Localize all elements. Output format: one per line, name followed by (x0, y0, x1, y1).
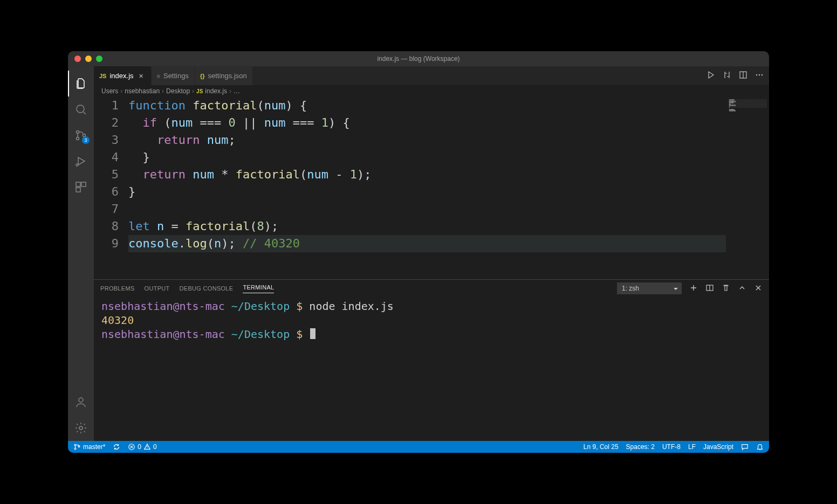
chevron-right-icon: › (162, 87, 164, 95)
code-line[interactable]: if (num === 0 || num === 1) { (128, 114, 726, 132)
svg-rect-6 (81, 182, 86, 187)
gear-icon (74, 422, 87, 434)
js-file-icon: JS (196, 88, 203, 94)
chevron-right-icon: › (120, 87, 122, 95)
traffic-lights (68, 56, 102, 62)
status-cursor-position[interactable]: Ln 9, Col 25 (584, 443, 619, 451)
maximize-panel-icon[interactable] (738, 284, 746, 293)
file-type-icon: JS (99, 73, 106, 79)
minimap-content: ████████████████████████████████████████… (729, 99, 736, 112)
minimap[interactable]: ████████████████████████████████████████… (726, 97, 769, 279)
status-bar: master* 0 0 Ln 9, Col 25 Spaces: 2 UTF-8… (68, 441, 769, 453)
status-feedback[interactable] (741, 443, 749, 451)
svg-point-16 (74, 448, 76, 450)
status-sync[interactable] (113, 443, 120, 451)
code-line[interactable]: } (128, 183, 726, 201)
window-close-button[interactable] (74, 56, 81, 62)
line-number: 1 (94, 97, 119, 114)
status-notifications[interactable] (756, 443, 764, 451)
breadcrumb-part: Desktop (166, 87, 190, 95)
code-line[interactable]: function factorial(num) { (128, 97, 726, 114)
code-line[interactable]: console.log(n); // 40320 (128, 235, 726, 252)
status-branch[interactable]: master* (73, 443, 105, 451)
kill-terminal-icon[interactable] (722, 284, 730, 293)
line-number: 2 (94, 114, 119, 132)
line-number: 6 (94, 183, 119, 201)
editor-tab[interactable]: {}settings.json (195, 66, 253, 85)
svg-rect-5 (76, 182, 80, 187)
line-number: 3 (94, 132, 119, 149)
editor-tab[interactable]: JSindex.js× (94, 66, 152, 85)
editor-tab[interactable]: ≡Settings (152, 66, 195, 85)
sync-icon (113, 443, 120, 451)
activity-settings[interactable] (68, 415, 94, 441)
scm-badge: 3 (82, 136, 90, 144)
code-editor[interactable]: 123456789 function factorial(num) { if (… (94, 97, 769, 279)
extensions-icon (74, 181, 87, 194)
bottom-panel: PROBLEMS OUTPUT DEBUG CONSOLE TERMINAL 1… (94, 279, 769, 441)
svg-point-8 (79, 398, 83, 402)
code-line[interactable]: } (128, 149, 726, 166)
code-line[interactable]: return num; (128, 132, 726, 149)
breadcrumb-tail: … (234, 87, 240, 95)
split-terminal-icon[interactable] (705, 284, 714, 293)
window-minimize-button[interactable] (85, 56, 92, 62)
split-editor-icon[interactable] (739, 71, 747, 81)
tab-label: index.js (109, 72, 133, 80)
breadcrumb[interactable]: Users › nsebhastian › Desktop › JS index… (94, 85, 769, 97)
code-line[interactable]: let n = factorial(8); (128, 218, 726, 235)
svg-point-0 (77, 105, 84, 113)
compare-changes-icon[interactable] (723, 71, 731, 81)
panel-tab-output[interactable]: OUTPUT (145, 285, 170, 292)
breadcrumb-part: nsebhastian (125, 87, 160, 95)
svg-point-13 (761, 74, 763, 75)
bell-icon (756, 443, 764, 451)
close-panel-icon[interactable] (754, 284, 763, 293)
terminal-output: 40320 (101, 313, 761, 327)
line-number: 5 (94, 166, 119, 183)
svg-point-2 (77, 137, 79, 140)
new-terminal-icon[interactable] (689, 284, 698, 293)
tab-label: Settings (163, 72, 189, 80)
activity-search[interactable] (68, 96, 94, 122)
activity-scm[interactable]: 3 (68, 122, 94, 148)
svg-point-12 (759, 74, 760, 75)
status-eol[interactable]: LF (688, 443, 696, 451)
editor-tabbar: JSindex.js×≡Settings{}settings.json (94, 66, 769, 85)
code-line[interactable] (128, 201, 726, 218)
status-language[interactable]: JavaScript (703, 443, 733, 451)
svg-point-4 (76, 164, 78, 166)
activity-extensions[interactable] (68, 174, 94, 200)
files-icon (74, 77, 87, 90)
activity-accounts[interactable] (68, 389, 94, 415)
file-type-icon: ≡ (157, 73, 160, 79)
chevron-right-icon: › (192, 87, 194, 95)
breadcrumb-part: Users (101, 87, 118, 95)
svg-rect-7 (76, 188, 80, 192)
status-indentation[interactable]: Spaces: 2 (626, 443, 655, 451)
activity-explorer[interactable] (68, 71, 94, 96)
close-icon[interactable]: × (137, 72, 146, 80)
window-maximize-button[interactable] (96, 56, 102, 62)
code-line[interactable]: return num * factorial(num - 1); (128, 166, 726, 183)
git-branch-icon (73, 443, 81, 451)
titlebar: index.js — blog (Workspace) (68, 51, 769, 66)
panel-tab-debug-console[interactable]: DEBUG CONSOLE (180, 285, 234, 292)
debug-icon (74, 155, 87, 168)
terminal[interactable]: nsebhastian@nts-mac ~/Desktop $ node ind… (94, 297, 769, 441)
run-icon[interactable] (706, 71, 715, 81)
terminal-select[interactable]: 1: zsh (617, 282, 682, 294)
panel-tab-problems[interactable]: PROBLEMS (100, 285, 135, 292)
more-icon[interactable] (755, 71, 764, 81)
terminal-cursor (310, 328, 315, 339)
code-content[interactable]: function factorial(num) { if (num === 0 … (128, 97, 726, 279)
svg-point-9 (79, 426, 83, 430)
line-number: 4 (94, 149, 119, 166)
panel-tab-terminal[interactable]: TERMINAL (243, 284, 274, 293)
search-icon (74, 103, 87, 116)
file-type-icon: {} (200, 73, 205, 79)
status-encoding[interactable]: UTF-8 (662, 443, 681, 451)
line-number-gutter: 123456789 (94, 97, 128, 279)
status-errors[interactable]: 0 0 (128, 443, 156, 451)
activity-run-debug[interactable] (68, 148, 94, 174)
